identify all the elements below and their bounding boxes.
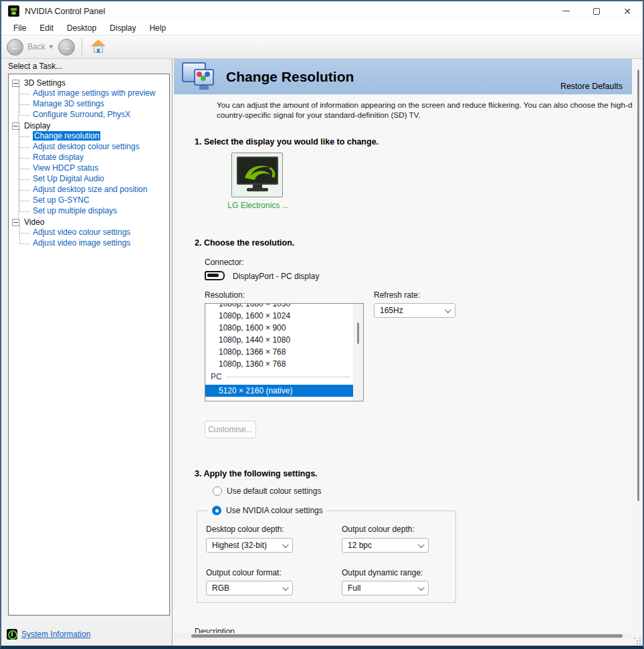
- display-name-label: LG Electronics ...: [211, 201, 305, 210]
- output-colour-format-select[interactable]: RGB: [206, 581, 293, 595]
- resolution-option[interactable]: 1080p, 1600 × 900: [205, 322, 353, 334]
- step2-heading: 2. Choose the resolution.: [195, 238, 294, 248]
- sidebar-footer: System Information: [1, 623, 172, 646]
- forward-icon[interactable]: →: [58, 39, 75, 56]
- radio-nvidia-colour[interactable]: Use NVIDIA colour settings: [208, 506, 327, 515]
- maximize-icon[interactable]: [581, 1, 612, 21]
- sidebar-item-configure-surround-physx[interactable]: Configure Surround, PhysX: [19, 110, 168, 120]
- resolution-option[interactable]: 1080p, 1440 × 1080: [205, 334, 353, 346]
- sidebar-header: Select a Task...: [1, 59, 172, 74]
- back-icon[interactable]: ←: [7, 39, 23, 56]
- chevron-down-icon: [445, 306, 451, 313]
- menu-desktop[interactable]: Desktop: [60, 22, 103, 34]
- output-colour-depth-select[interactable]: 12 bpc: [342, 538, 429, 553]
- horizontal-scrollbar[interactable]: [174, 633, 632, 640]
- chevron-down-icon: [282, 584, 289, 591]
- resolution-listbox[interactable]: 1080p, 1680 × 1050 1080p, 1600 × 1024 10…: [205, 303, 364, 401]
- menubar: File Edit Desktop Display Help: [1, 21, 643, 35]
- desktop-colour-depth-label: Desktop colour depth:: [206, 525, 284, 534]
- resolution-group-header: PC: [205, 370, 353, 383]
- menu-edit[interactable]: Edit: [33, 22, 60, 34]
- tree-group-3d-settings[interactable]: 3D Settings: [10, 78, 168, 88]
- resolution-option[interactable]: 1080p, 1600 × 1024: [205, 310, 353, 322]
- menu-display[interactable]: Display: [103, 22, 142, 34]
- step1-heading: 1. Select the display you would like to …: [195, 137, 379, 147]
- description-section-label: Description: [195, 627, 235, 633]
- chevron-down-icon: [418, 541, 425, 548]
- system-information-link[interactable]: System Information: [21, 630, 90, 639]
- sidebar-item-adjust-video-image[interactable]: Adjust video image settings: [19, 238, 168, 249]
- menu-help[interactable]: Help: [142, 22, 173, 34]
- sidebar-item-change-resolution[interactable]: Change resolution: [19, 131, 168, 142]
- sidebar-item-set-up-multiple-displays[interactable]: Set up multiple displays: [19, 206, 168, 217]
- output-dynamic-range-label: Output dynamic range:: [342, 568, 423, 577]
- chevron-down-icon: [282, 541, 289, 548]
- page-title: Change Resolution: [226, 69, 354, 85]
- resolution-list-scrollbar[interactable]: [353, 304, 363, 401]
- chevron-down-icon: [418, 584, 425, 591]
- sidebar-item-adjust-video-colour[interactable]: Adjust video colour settings: [19, 227, 168, 238]
- refresh-rate-label: Refresh rate:: [374, 290, 420, 300]
- task-sidebar: Select a Task... 3D Settings Adjust imag…: [1, 59, 173, 646]
- main-panel: Change Resolution Restore Defaults You c…: [173, 59, 643, 646]
- task-tree: 3D Settings Adjust image settings with p…: [8, 74, 170, 616]
- sidebar-item-adjust-desktop-size[interactable]: Adjust desktop size and position: [19, 185, 168, 195]
- monitor-pair-icon: [182, 62, 217, 92]
- desktop-colour-depth-select[interactable]: Highest (32-bit): [206, 538, 293, 553]
- resolution-option[interactable]: 1080p, 1366 × 768: [205, 346, 353, 358]
- nvidia-control-panel-window: NVIDIA Control Panel ✕ File Edit Desktop…: [0, 0, 644, 649]
- sidebar-item-set-up-digital-audio[interactable]: Set Up Digital Audio: [19, 174, 168, 185]
- nvidia-colour-settings-group: Use NVIDIA colour settings Desktop colou…: [197, 511, 456, 603]
- nvidia-app-icon: [8, 5, 19, 17]
- minimize-icon[interactable]: [550, 1, 581, 21]
- toolbar-separator: [82, 38, 82, 56]
- titlebar: NVIDIA Control Panel ✕: [1, 1, 643, 21]
- back-history-chevron-icon[interactable]: ▼: [48, 43, 54, 50]
- collapse-toggle-icon[interactable]: [12, 122, 19, 130]
- sidebar-item-adjust-image-settings[interactable]: Adjust image settings with preview: [19, 88, 168, 99]
- displayport-icon: [205, 271, 225, 280]
- restore-defaults-button[interactable]: Restore Defaults: [560, 82, 623, 91]
- sidebar-item-adjust-desktop-colour[interactable]: Adjust desktop colour settings: [19, 142, 168, 153]
- radio-default-colour[interactable]: Use default colour settings: [213, 486, 321, 496]
- resize-grip[interactable]: [633, 637, 641, 645]
- close-icon[interactable]: ✕: [612, 1, 643, 21]
- radio-selected-icon[interactable]: [212, 506, 221, 515]
- display-selector-lg[interactable]: [231, 153, 283, 197]
- output-dynamic-range-select[interactable]: Full: [342, 581, 429, 595]
- sidebar-item-manage-3d-settings[interactable]: Manage 3D settings: [19, 99, 168, 110]
- connector-label: Connector:: [205, 258, 244, 267]
- page-header-banner: Change Resolution Restore Defaults: [174, 59, 632, 94]
- system-information-icon: [7, 629, 17, 640]
- tree-guide-line: [18, 84, 19, 224]
- menu-file[interactable]: File: [7, 22, 33, 34]
- resolution-option[interactable]: 1080p, 1680 × 1050: [205, 303, 353, 310]
- resolution-label: Resolution:: [205, 290, 245, 300]
- radio-unselected-icon[interactable]: [213, 486, 222, 496]
- collapse-toggle-icon[interactable]: [12, 219, 19, 226]
- connector-value: DisplayPort - PC display: [233, 272, 319, 281]
- refresh-rate-select[interactable]: 165Hz: [374, 303, 455, 318]
- toolbar: ← Back ▼ →: [1, 35, 643, 59]
- output-colour-depth-label: Output colour depth:: [342, 525, 415, 534]
- sidebar-item-rotate-display[interactable]: Rotate display: [19, 153, 168, 163]
- resolution-option[interactable]: 1080p, 1360 × 768: [205, 358, 353, 370]
- output-colour-format-label: Output colour format:: [206, 568, 282, 577]
- nvidia-display-icon: [237, 157, 278, 185]
- sidebar-item-set-up-gsync[interactable]: Set up G-SYNC: [19, 195, 168, 206]
- page-description: You can adjust the amount of information…: [217, 100, 633, 120]
- resolution-option-selected[interactable]: 5120 × 2160 (native): [205, 385, 353, 397]
- tree-group-video[interactable]: Video: [10, 217, 168, 227]
- customise-button[interactable]: Customise...: [205, 421, 256, 438]
- collapse-toggle-icon[interactable]: [12, 80, 19, 87]
- back-button-label[interactable]: Back: [27, 42, 45, 52]
- sidebar-item-view-hdcp-status[interactable]: View HDCP status: [19, 163, 168, 174]
- step3-heading: 3. Apply the following settings.: [195, 469, 318, 478]
- window-title: NVIDIA Control Panel: [25, 7, 105, 16]
- tree-group-display[interactable]: Display: [10, 120, 168, 131]
- home-icon[interactable]: [90, 39, 106, 54]
- vertical-scrollbar[interactable]: [633, 59, 643, 646]
